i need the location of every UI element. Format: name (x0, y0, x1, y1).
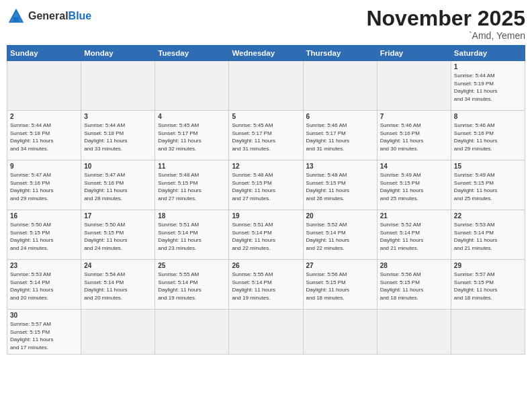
day-number: 12 (232, 163, 300, 170)
day-number: 10 (84, 163, 152, 170)
calendar-cell: 1Sunrise: 5:44 AM Sunset: 5:19 PM Daylig… (451, 61, 525, 111)
calendar: SundayMondayTuesdayWednesdayThursdayFrid… (7, 45, 525, 354)
calendar-cell (229, 61, 303, 111)
day-info: Sunrise: 5:48 AM Sunset: 5:15 PM Dayligh… (306, 171, 374, 202)
week-row-5: 23Sunrise: 5:53 AM Sunset: 5:14 PM Dayli… (7, 260, 525, 310)
day-number: 11 (158, 163, 226, 170)
calendar-cell: 14Sunrise: 5:49 AM Sunset: 5:15 PM Dayli… (377, 161, 451, 210)
calendar-cell: 11Sunrise: 5:48 AM Sunset: 5:15 PM Dayli… (155, 161, 229, 210)
day-info: Sunrise: 5:44 AM Sunset: 5:19 PM Dayligh… (454, 72, 522, 103)
calendar-cell: 8Sunrise: 5:46 AM Sunset: 5:16 PM Daylig… (451, 111, 525, 161)
calendar-cell: 20Sunrise: 5:52 AM Sunset: 5:14 PM Dayli… (303, 210, 377, 260)
calendar-cell: 29Sunrise: 5:57 AM Sunset: 5:15 PM Dayli… (451, 260, 525, 310)
day-number: 18 (158, 212, 226, 220)
day-info: Sunrise: 5:46 AM Sunset: 5:17 PM Dayligh… (306, 122, 374, 152)
day-info: Sunrise: 5:50 AM Sunset: 5:15 PM Dayligh… (10, 221, 78, 252)
day-number: 8 (454, 113, 522, 120)
day-number: 13 (306, 163, 374, 170)
day-info: Sunrise: 5:45 AM Sunset: 5:17 PM Dayligh… (232, 122, 300, 152)
day-number: 15 (454, 163, 522, 170)
calendar-cell (155, 61, 229, 111)
calendar-cell: 6Sunrise: 5:46 AM Sunset: 5:17 PM Daylig… (303, 111, 377, 161)
calendar-cell (81, 310, 155, 354)
day-info: Sunrise: 5:56 AM Sunset: 5:15 PM Dayligh… (306, 271, 374, 302)
day-number: 5 (232, 113, 300, 120)
weekday-header-sunday: Sunday (7, 46, 81, 61)
day-number: 24 (84, 262, 152, 269)
calendar-cell (155, 310, 229, 354)
day-info: Sunrise: 5:48 AM Sunset: 5:15 PM Dayligh… (158, 171, 226, 202)
day-number: 6 (306, 113, 374, 120)
calendar-cell: 24Sunrise: 5:54 AM Sunset: 5:14 PM Dayli… (81, 260, 155, 310)
day-info: Sunrise: 5:50 AM Sunset: 5:15 PM Dayligh… (84, 221, 152, 252)
weekday-header-thursday: Thursday (303, 46, 377, 61)
calendar-cell: 26Sunrise: 5:55 AM Sunset: 5:14 PM Dayli… (229, 260, 303, 310)
day-info: Sunrise: 5:45 AM Sunset: 5:17 PM Dayligh… (158, 122, 226, 152)
calendar-cell: 22Sunrise: 5:53 AM Sunset: 5:14 PM Dayli… (451, 210, 525, 260)
calendar-cell (303, 61, 377, 111)
calendar-cell (81, 61, 155, 111)
day-info: Sunrise: 5:57 AM Sunset: 5:15 PM Dayligh… (454, 271, 522, 302)
calendar-cell: 2Sunrise: 5:44 AM Sunset: 5:18 PM Daylig… (7, 111, 81, 161)
calendar-cell: 3Sunrise: 5:44 AM Sunset: 5:18 PM Daylig… (81, 111, 155, 161)
day-info: Sunrise: 5:47 AM Sunset: 5:16 PM Dayligh… (84, 171, 152, 202)
svg-rect-2 (13, 17, 19, 21)
day-number: 3 (84, 113, 152, 120)
day-number: 28 (380, 262, 448, 269)
day-number: 19 (232, 212, 300, 220)
week-row-6: 30Sunrise: 5:57 AM Sunset: 5:15 PM Dayli… (7, 310, 525, 354)
week-row-3: 9Sunrise: 5:47 AM Sunset: 5:16 PM Daylig… (7, 161, 525, 210)
calendar-cell (303, 310, 377, 354)
day-number: 7 (380, 113, 448, 120)
day-number: 22 (454, 212, 522, 220)
day-number: 29 (454, 262, 522, 269)
calendar-cell: 9Sunrise: 5:47 AM Sunset: 5:16 PM Daylig… (7, 161, 81, 210)
calendar-cell: 15Sunrise: 5:49 AM Sunset: 5:15 PM Dayli… (451, 161, 525, 210)
day-info: Sunrise: 5:52 AM Sunset: 5:14 PM Dayligh… (380, 221, 448, 252)
calendar-cell: 7Sunrise: 5:46 AM Sunset: 5:16 PM Daylig… (377, 111, 451, 161)
day-info: Sunrise: 5:54 AM Sunset: 5:14 PM Dayligh… (84, 271, 152, 302)
calendar-cell: 12Sunrise: 5:48 AM Sunset: 5:15 PM Dayli… (229, 161, 303, 210)
day-info: Sunrise: 5:52 AM Sunset: 5:14 PM Dayligh… (306, 221, 374, 252)
month-title: November 2025 (366, 7, 525, 30)
calendar-cell: 27Sunrise: 5:56 AM Sunset: 5:15 PM Dayli… (303, 260, 377, 310)
week-row-4: 16Sunrise: 5:50 AM Sunset: 5:15 PM Dayli… (7, 210, 525, 260)
day-number: 27 (306, 262, 374, 269)
calendar-cell (377, 61, 451, 111)
day-number: 20 (306, 212, 374, 220)
day-number: 4 (158, 113, 226, 120)
day-number: 1 (454, 63, 522, 71)
calendar-cell: 16Sunrise: 5:50 AM Sunset: 5:15 PM Dayli… (7, 210, 81, 260)
day-info: Sunrise: 5:53 AM Sunset: 5:14 PM Dayligh… (10, 271, 78, 302)
calendar-cell: 17Sunrise: 5:50 AM Sunset: 5:15 PM Dayli… (81, 210, 155, 260)
day-number: 21 (380, 212, 448, 220)
calendar-cell: 18Sunrise: 5:51 AM Sunset: 5:14 PM Dayli… (155, 210, 229, 260)
day-info: Sunrise: 5:53 AM Sunset: 5:14 PM Dayligh… (454, 221, 522, 252)
calendar-cell: 30Sunrise: 5:57 AM Sunset: 5:15 PM Dayli… (7, 310, 81, 354)
day-number: 25 (158, 262, 226, 269)
day-info: Sunrise: 5:49 AM Sunset: 5:15 PM Dayligh… (380, 171, 448, 202)
day-info: Sunrise: 5:44 AM Sunset: 5:18 PM Dayligh… (84, 122, 152, 152)
calendar-cell: 10Sunrise: 5:47 AM Sunset: 5:16 PM Dayli… (81, 161, 155, 210)
weekday-header-tuesday: Tuesday (155, 46, 229, 61)
calendar-cell: 5Sunrise: 5:45 AM Sunset: 5:17 PM Daylig… (229, 111, 303, 161)
weekday-header-saturday: Saturday (451, 46, 525, 61)
day-info: Sunrise: 5:55 AM Sunset: 5:14 PM Dayligh… (158, 271, 226, 302)
calendar-cell (7, 61, 81, 111)
logo-icon (7, 7, 26, 26)
calendar-cell: 23Sunrise: 5:53 AM Sunset: 5:14 PM Dayli… (7, 260, 81, 310)
calendar-cell: 13Sunrise: 5:48 AM Sunset: 5:15 PM Dayli… (303, 161, 377, 210)
day-info: Sunrise: 5:46 AM Sunset: 5:16 PM Dayligh… (380, 122, 448, 152)
week-row-1: 1Sunrise: 5:44 AM Sunset: 5:19 PM Daylig… (7, 61, 525, 111)
day-info: Sunrise: 5:49 AM Sunset: 5:15 PM Dayligh… (454, 171, 522, 202)
weekday-header-wednesday: Wednesday (229, 46, 303, 61)
day-info: Sunrise: 5:55 AM Sunset: 5:14 PM Dayligh… (232, 271, 300, 302)
page: GeneralBlue November 2025 `Amd, Yemen Su… (0, 0, 532, 411)
calendar-cell: 28Sunrise: 5:56 AM Sunset: 5:15 PM Dayli… (377, 260, 451, 310)
day-info: Sunrise: 5:44 AM Sunset: 5:18 PM Dayligh… (10, 122, 78, 152)
weekday-header-row: SundayMondayTuesdayWednesdayThursdayFrid… (7, 46, 525, 61)
calendar-cell: 21Sunrise: 5:52 AM Sunset: 5:14 PM Dayli… (377, 210, 451, 260)
day-number: 30 (10, 312, 78, 319)
day-info: Sunrise: 5:51 AM Sunset: 5:14 PM Dayligh… (158, 221, 226, 252)
title-block: November 2025 `Amd, Yemen (366, 7, 525, 41)
